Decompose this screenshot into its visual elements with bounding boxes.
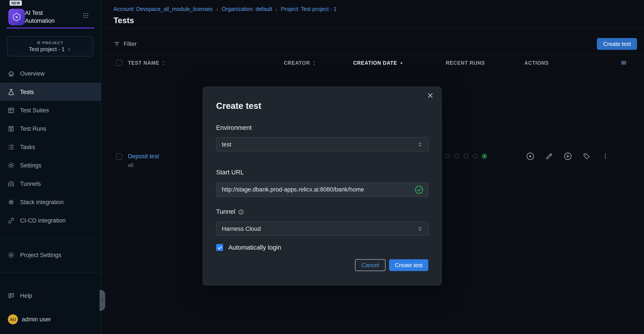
sort-icon — [312, 60, 316, 66]
link-icon — [8, 217, 15, 224]
user-menu[interactable]: AU admin user — [8, 314, 51, 324]
filter-button[interactable]: Filter — [114, 41, 137, 47]
test-name-link[interactable]: Deposit test — [128, 153, 159, 159]
app-root: NEW AI Test Automation — [0, 0, 644, 334]
sidebar-nav: Overview Tests Test Suites Test Runs — [0, 64, 101, 230]
sidebar-item-test-runs[interactable]: Test Runs — [0, 119, 101, 138]
add-icon[interactable] — [563, 152, 572, 161]
header-creation-date[interactable]: CREATION DATE — [353, 55, 403, 71]
header-creator[interactable]: CREATOR — [284, 55, 316, 71]
sidebar-item-slack-integration[interactable]: Slack integration — [0, 193, 101, 211]
project-name: Test project - 1 — [29, 46, 71, 52]
tunnel-label: Tunnel — [216, 208, 428, 216]
column-settings-icon[interactable] — [620, 59, 627, 66]
sidebar-item-project-settings[interactable]: Project Settings — [0, 246, 101, 264]
modal-title: Create test — [216, 87, 428, 111]
project-selector[interactable]: PROJECT Test project - 1 — [7, 36, 93, 56]
sidebar-divider — [0, 272, 101, 273]
gear-icon — [8, 161, 15, 169]
toolbar: Filter Create test — [102, 29, 644, 55]
select-chevrons-icon — [418, 141, 423, 147]
columns-icon — [8, 125, 15, 132]
sidebar-item-cicd-integration[interactable]: CI-CD integration — [0, 211, 101, 230]
header-test-name[interactable]: TEST NAME — [128, 55, 166, 71]
breadcrumb-separator: › — [276, 6, 278, 12]
app-logo-icon — [8, 9, 25, 25]
recent-runs — [445, 154, 487, 159]
accent-divider — [6, 28, 94, 28]
tunnel-icon — [8, 180, 15, 187]
new-badge: NEW — [10, 1, 22, 6]
run-status-dot — [445, 154, 450, 159]
run-status-dot — [473, 154, 478, 159]
create-test-modal: Create test Environment test Start URL T… — [202, 87, 442, 285]
select-all-checkbox[interactable] — [116, 60, 122, 66]
user-name: admin user — [22, 316, 51, 323]
valid-check-icon — [415, 185, 424, 194]
app-title: AI Test Automation — [25, 9, 55, 25]
start-url-field — [216, 182, 428, 197]
sidebar-collapse-handle[interactable] — [100, 290, 105, 311]
sort-desc-icon — [399, 61, 403, 65]
environment-label: Environment — [216, 124, 428, 132]
breadcrumb-account-link[interactable]: Account: Devspace_all_module_licenses — [114, 6, 213, 12]
list-icon — [8, 143, 15, 151]
header-recent-runs: RECENT RUNS — [446, 55, 485, 71]
start-url-label: Start URL — [216, 168, 428, 177]
run-test-icon[interactable] — [526, 152, 535, 161]
cancel-button[interactable]: Cancel — [355, 259, 386, 271]
header-actions: ACTIONS — [524, 55, 549, 71]
sidebar: NEW AI Test Automation — [0, 0, 101, 334]
flask-icon — [8, 88, 15, 96]
edit-icon[interactable] — [544, 152, 554, 161]
table-header: TEST NAME CREATOR CREATION DATE RECENT R… — [102, 55, 644, 71]
breadcrumb-separator: › — [216, 6, 218, 12]
row-actions — [526, 152, 610, 161]
breadcrumb-org-link[interactable]: Organization: default — [222, 6, 272, 12]
tunnel-select[interactable]: Harness Cloud — [216, 222, 428, 236]
create-test-button[interactable]: Create test — [597, 38, 637, 50]
row-checkbox[interactable] — [116, 153, 122, 159]
test-version: v0 — [128, 162, 159, 168]
run-status-dot — [482, 154, 487, 159]
gear-icon — [8, 251, 15, 259]
cube-icon — [36, 41, 40, 45]
breadcrumb-project-link[interactable]: Project: Test project - 1 — [281, 6, 337, 12]
test-name-cell: Deposit test v0 — [128, 152, 159, 168]
run-status-dot — [464, 154, 468, 159]
chat-icon — [8, 292, 15, 299]
slack-icon — [8, 198, 15, 206]
sort-icon — [162, 60, 166, 66]
start-url-input[interactable] — [222, 186, 411, 193]
sidebar-item-help[interactable]: Help — [0, 286, 101, 305]
page-title: Tests — [114, 16, 134, 25]
close-icon[interactable] — [425, 90, 435, 101]
info-icon[interactable] — [238, 209, 244, 215]
sidebar-divider — [0, 238, 101, 238]
home-icon — [8, 70, 15, 77]
page-header: Account: Devspace_all_module_licenses › … — [102, 0, 644, 29]
grid-icon — [8, 106, 15, 114]
breadcrumb: Account: Devspace_all_module_licenses › … — [114, 6, 337, 12]
grid-dots-icon[interactable] — [82, 12, 89, 19]
more-menu-icon[interactable] — [601, 152, 610, 161]
chevron-left-icon — [101, 298, 104, 303]
modal-actions: Cancel Create test — [216, 259, 428, 271]
auto-login-checkbox[interactable]: Automatically login — [216, 244, 428, 251]
sidebar-item-tasks[interactable]: Tasks — [0, 138, 101, 156]
sidebar-item-settings[interactable]: Settings — [0, 156, 101, 175]
run-status-dot — [454, 154, 459, 159]
tag-icon[interactable] — [582, 152, 591, 161]
filter-icon — [114, 41, 120, 47]
avatar: AU — [8, 314, 18, 324]
sidebar-item-tunnels[interactable]: Tunnels — [0, 175, 101, 193]
sidebar-item-tests[interactable]: Tests — [0, 83, 101, 101]
environment-select[interactable]: test — [216, 137, 428, 151]
modal-create-test-button[interactable]: Create test — [389, 259, 428, 271]
sidebar-item-overview[interactable]: Overview — [0, 64, 101, 83]
select-chevrons-icon — [418, 226, 423, 232]
chevron-right-icon — [67, 47, 71, 51]
project-label: PROJECT — [36, 41, 63, 45]
sidebar-item-test-suites[interactable]: Test Suites — [0, 101, 101, 119]
checkbox-checked-icon — [216, 244, 223, 251]
